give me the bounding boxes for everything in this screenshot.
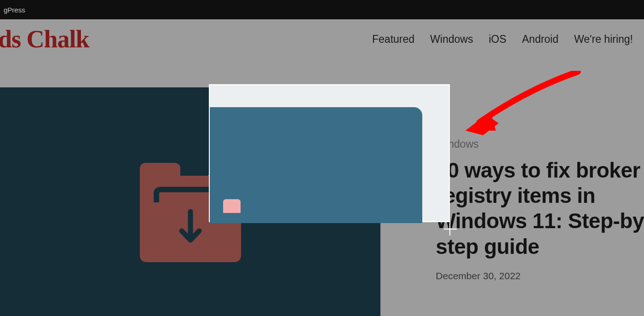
browser-tab-label[interactable]: gPress <box>4 6 25 14</box>
nav-ios[interactable]: iOS <box>489 33 506 46</box>
nav-hiring[interactable]: We're hiring! <box>574 33 633 46</box>
title-line: registry items in <box>436 183 644 208</box>
page-surface: ds Chalk Featured Windows iOS Android We… <box>0 19 644 316</box>
article-date: December 30, 2022 <box>436 270 644 282</box>
folder-download-icon <box>140 163 241 260</box>
title-line: step guide <box>436 234 644 259</box>
title-line: Windows 11: Step-by <box>436 208 644 234</box>
site-logo[interactable]: ds Chalk <box>0 27 89 52</box>
site-header: ds Chalk Featured Windows iOS Android We… <box>0 19 644 59</box>
title-line: 10 ways to fix broker <box>436 158 644 183</box>
browser-topbar: gPress <box>0 0 644 19</box>
article-thumbnail[interactable] <box>0 87 380 316</box>
nav-featured[interactable]: Featured <box>372 33 414 46</box>
primary-nav: Featured Windows iOS Android We're hirin… <box>372 33 633 46</box>
nav-windows[interactable]: Windows <box>430 33 473 46</box>
article-category[interactable]: Windows <box>436 138 644 150</box>
article-title[interactable]: 10 ways to fix broker registry items in … <box>436 158 644 259</box>
nav-android[interactable]: Android <box>522 33 558 46</box>
featured-article: Windows 10 ways to fix broker registry i… <box>0 87 644 316</box>
article-meta: Windows 10 ways to fix broker registry i… <box>380 87 644 316</box>
arrow-down-icon <box>176 209 205 248</box>
